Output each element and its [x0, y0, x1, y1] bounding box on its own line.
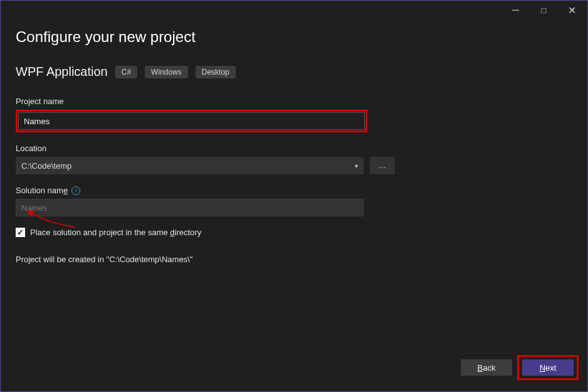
next-button[interactable]: Next — [522, 359, 574, 376]
page-title: Configure your new project — [16, 28, 572, 46]
solution-name-label: Solution name i — [16, 186, 572, 195]
template-name: WPF Application — [16, 65, 108, 79]
maximize-icon: □ — [542, 6, 547, 15]
location-value: C:\Code\temp — [21, 161, 71, 171]
back-button[interactable]: Back — [461, 359, 512, 376]
close-icon: ✕ — [568, 4, 576, 16]
content-area: Configure your new project WPF Applicati… — [1, 19, 587, 264]
title-bar: ─ □ ✕ — [1, 1, 587, 19]
same-directory-row: ✓ Place solution and project in the same… — [16, 228, 572, 237]
location-label: Location — [16, 144, 572, 153]
project-name-highlight — [16, 110, 367, 132]
same-directory-checkbox[interactable]: ✓ — [16, 228, 25, 237]
same-directory-label: Place solution and project in the same d… — [30, 228, 201, 237]
tag-csharp: C# — [115, 66, 137, 78]
ellipsis-icon: … — [379, 161, 386, 170]
solution-name-input — [16, 199, 364, 216]
creation-path-text: Project will be created in "C:\Code\temp… — [16, 255, 572, 264]
minimize-button[interactable]: ─ — [501, 1, 530, 19]
next-button-highlight: Next — [517, 355, 579, 380]
info-icon[interactable]: i — [71, 186, 80, 195]
tag-windows: Windows — [145, 66, 188, 78]
maximize-button[interactable]: □ — [530, 1, 558, 19]
footer: Back Next — [461, 355, 579, 380]
project-name-input[interactable] — [18, 112, 365, 130]
template-row: WPF Application C# Windows Desktop — [16, 65, 572, 79]
browse-button[interactable]: … — [370, 157, 395, 174]
minimize-icon: ─ — [512, 4, 519, 16]
location-dropdown[interactable]: C:\Code\temp ▾ — [16, 157, 364, 174]
chevron-down-icon: ▾ — [355, 162, 358, 169]
close-button[interactable]: ✕ — [558, 1, 586, 19]
tag-desktop: Desktop — [196, 66, 236, 78]
project-name-label: Project name — [16, 97, 572, 106]
